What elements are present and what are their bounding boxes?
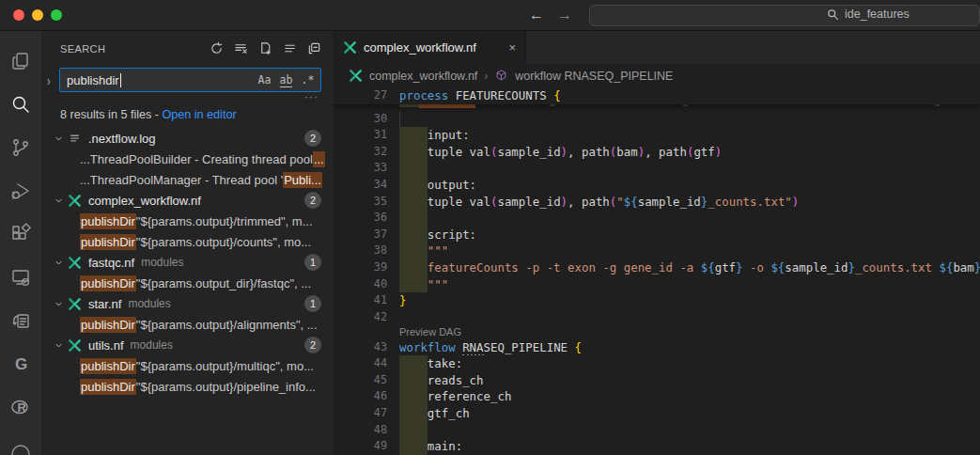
line-number[interactable]: 35 xyxy=(334,194,399,211)
code-line[interactable]: 42 xyxy=(334,309,980,326)
line-number[interactable]: 33 xyxy=(334,160,399,177)
code-line-content[interactable] xyxy=(399,160,980,177)
line-number[interactable]: 34 xyxy=(334,177,399,194)
code-line[interactable]: 48 xyxy=(334,422,980,439)
line-number[interactable]: 43 xyxy=(334,339,399,356)
command-center-search-box[interactable]: ide_features xyxy=(589,5,980,26)
code-line-content[interactable]: reads_ch xyxy=(399,372,980,389)
code-line-content[interactable] xyxy=(399,111,980,128)
code-line[interactable]: 41} xyxy=(334,292,980,309)
clear-search-results-icon[interactable] xyxy=(232,40,249,57)
code-line-content[interactable]: """ xyxy=(399,276,980,293)
code-line-content[interactable]: """ xyxy=(399,243,980,259)
breadcrumb-symbol[interactable]: workflow RNASEQ_PIPELINE xyxy=(515,70,673,83)
search-input[interactable]: publishdir Aa ab .* xyxy=(59,68,321,92)
tab-complex-workflow[interactable]: complex_workflow.nf × xyxy=(334,31,526,64)
codelens-preview-dag[interactable]: Preview DAG xyxy=(334,325,980,338)
code-line-content[interactable]: input: xyxy=(399,127,980,144)
code-line-content[interactable]: take: xyxy=(399,355,980,372)
line-number[interactable]: 48 xyxy=(334,422,399,439)
regex-toggle[interactable]: .* xyxy=(299,71,317,89)
toggle-search-details-icon[interactable]: ··· xyxy=(304,92,319,104)
search-icon[interactable] xyxy=(0,83,41,126)
refresh-icon[interactable] xyxy=(208,40,225,57)
line-number[interactable]: 32 xyxy=(334,144,399,161)
code-line[interactable]: 40 """ xyxy=(334,276,980,293)
task-runner-icon[interactable] xyxy=(0,299,41,342)
code-line[interactable]: 49 main: xyxy=(334,438,980,455)
file-result-row[interactable]: star.nfmodules1 xyxy=(41,293,334,314)
line-number[interactable]: 47 xyxy=(334,405,399,422)
code-line-content[interactable] xyxy=(399,309,980,326)
sticky-scroll-line[interactable]: 27process FEATURECOUNTS { xyxy=(334,87,980,104)
run-and-debug-icon[interactable] xyxy=(0,169,41,212)
code-line-content[interactable]: } xyxy=(399,292,980,309)
code-line-content[interactable]: tuple val(sample_id), path(bam), path(gt… xyxy=(399,144,980,161)
code-line-content[interactable] xyxy=(399,422,980,439)
line-number[interactable]: 31 xyxy=(334,127,399,144)
code-line[interactable]: 37 script: xyxy=(334,227,980,243)
remote-explorer-icon[interactable] xyxy=(0,256,41,299)
line-number[interactable]: 36 xyxy=(334,210,399,227)
code-line[interactable]: 33 xyxy=(334,160,980,177)
code-line[interactable]: 45 reads_ch xyxy=(334,372,980,389)
open-in-editor-link[interactable]: Open in editor xyxy=(163,108,237,121)
code-line-content[interactable]: output: xyxy=(399,177,980,194)
code-line-content[interactable]: workflow RNASEQ_PIPELINE { xyxy=(399,339,980,356)
match-result-row[interactable]: ...ThreadPoolManager - Thread pool 'Publ… xyxy=(41,169,334,190)
code-line[interactable]: 39 featureCounts -p -t exon -g gene_id -… xyxy=(334,259,980,276)
line-number[interactable]: 45 xyxy=(334,372,399,389)
match-case-toggle[interactable]: Aa xyxy=(256,71,273,89)
navigate-forward-button[interactable]: → xyxy=(557,7,572,24)
code-line-content[interactable]: tuple val(sample_id), path("${sample_id}… xyxy=(399,194,980,211)
line-number[interactable]: 37 xyxy=(334,227,399,243)
account-icon[interactable] xyxy=(0,429,41,455)
close-window-button[interactable] xyxy=(13,9,24,21)
match-result-row[interactable]: publishDir "${params.output_dir}/fastqc"… xyxy=(41,273,334,293)
collapse-all-icon[interactable] xyxy=(305,40,322,57)
code-line-content[interactable]: gtf_ch xyxy=(399,405,980,422)
code-line[interactable]: 30 xyxy=(334,111,980,128)
line-number[interactable]: 41 xyxy=(334,292,399,309)
match-result-row[interactable]: publishDir "${params.output}/pipeline_in… xyxy=(41,376,334,397)
close-tab-icon[interactable]: × xyxy=(508,40,516,55)
source-control-icon[interactable] xyxy=(0,126,41,169)
code-line-content[interactable]: reference_ch xyxy=(399,388,980,405)
code-editor[interactable]: 27process FEATURECOUNTS {3031 input:32 t… xyxy=(334,87,980,455)
code-line[interactable]: 34 output: xyxy=(334,177,980,194)
code-line[interactable]: 35 tuple val(sample_id), path("${sample_… xyxy=(334,194,980,211)
r-language-icon[interactable]: R xyxy=(0,385,41,429)
line-number[interactable]: 27 xyxy=(334,87,399,104)
code-line[interactable]: 43workflow RNASEQ_PIPELINE { xyxy=(334,339,980,356)
code-line-content[interactable]: main: xyxy=(399,438,980,455)
toggle-replace-chevron-icon[interactable]: › xyxy=(47,72,59,88)
line-number[interactable]: 39 xyxy=(334,259,399,276)
minimize-window-button[interactable] xyxy=(32,9,43,21)
line-number[interactable]: 46 xyxy=(334,388,399,405)
file-result-row[interactable]: .nextflow.log2 xyxy=(41,128,334,149)
code-line[interactable]: 31 input: xyxy=(334,127,980,144)
line-number[interactable]: 44 xyxy=(334,355,399,372)
code-line-content[interactable]: featureCounts -p -t exon -g gene_id -a $… xyxy=(399,259,980,276)
match-result-row[interactable]: publishDir "${params.output}/counts", mo… xyxy=(41,231,334,252)
file-result-row[interactable]: complex_workflow.nf2 xyxy=(41,190,334,211)
code-line[interactable]: 44 take: xyxy=(334,355,980,372)
whole-word-toggle[interactable]: ab xyxy=(277,71,295,89)
line-number[interactable]: 40 xyxy=(334,276,399,293)
code-line[interactable]: 47 gtf_ch xyxy=(334,405,980,422)
code-line-content[interactable] xyxy=(399,210,980,227)
breadcrumb-file[interactable]: complex_workflow.nf xyxy=(369,70,477,83)
match-result-row[interactable]: publishDir "${params.output}/multiqc", m… xyxy=(41,355,334,376)
code-line-content[interactable]: process FEATURECOUNTS { xyxy=(399,87,980,104)
code-line[interactable]: 32 tuple val(sample_id), path(bam), path… xyxy=(334,144,980,161)
navigate-back-button[interactable]: ← xyxy=(529,7,544,24)
line-number[interactable]: 38 xyxy=(334,243,399,259)
line-number[interactable]: 30 xyxy=(334,111,399,128)
file-result-row[interactable]: utils.nfmodules2 xyxy=(41,335,334,355)
match-result-row[interactable]: publishDir "${params.output}/trimmed", m… xyxy=(41,211,334,231)
code-line[interactable]: 36 xyxy=(334,210,980,227)
line-number[interactable]: 42 xyxy=(334,309,399,326)
match-result-row[interactable]: ...ThreadPoolBuilder - Creating thread p… xyxy=(41,149,334,169)
view-as-list-icon[interactable] xyxy=(281,40,298,57)
extensions-icon[interactable] xyxy=(0,212,41,256)
